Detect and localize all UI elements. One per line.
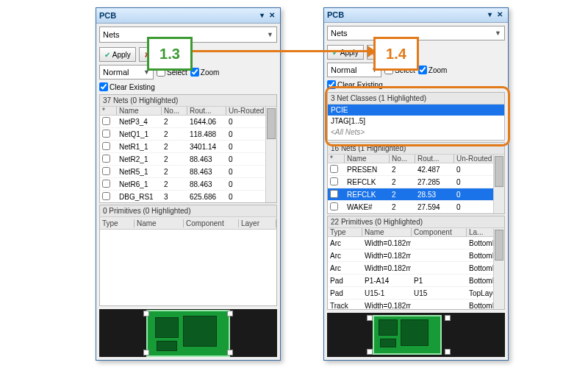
selection-handle[interactable] — [227, 311, 233, 316]
net-class-item[interactable]: PCIE — [328, 105, 504, 116]
cell-nodes: 2 — [390, 203, 415, 211]
row-checkbox[interactable] — [102, 142, 110, 150]
cell-routed: 28.53 — [415, 191, 454, 199]
annotation-arrow — [191, 50, 370, 52]
row-checkbox[interactable] — [330, 202, 338, 210]
net-classes-list[interactable]: PCIEJTAG[1..5]<All Nets> — [327, 105, 505, 141]
annotation-1-3: 1.3 — [147, 37, 193, 71]
cell-name: P1-A14 — [362, 277, 412, 285]
pin-icon[interactable]: ▾ — [257, 10, 267, 21]
cell-nodes: 2 — [162, 143, 187, 151]
scrollbar-thumb[interactable] — [495, 230, 503, 261]
selection-handle[interactable] — [367, 315, 373, 321]
primitives-grid[interactable]: Type Name Component La... ArcWidth=0.182… — [327, 228, 505, 310]
mode-combo-value: Nets — [103, 30, 120, 39]
apply-button[interactable]: ✔ Apply — [327, 45, 364, 60]
row-checkbox[interactable] — [102, 167, 110, 175]
cell-component: P1 — [412, 277, 467, 285]
nets-grid[interactable]: * Name No... Rout... Un-Routed (Manhatta… — [327, 155, 505, 214]
table-row[interactable]: NetR1_123401.140 — [100, 141, 276, 153]
scrollbar[interactable] — [493, 228, 504, 309]
table-row[interactable]: ArcWidth=0.182mmBottomL — [328, 250, 504, 262]
board-preview[interactable] — [327, 313, 505, 357]
cell-routed: 27.285 — [415, 178, 454, 186]
selection-handle[interactable] — [445, 315, 451, 321]
row-checkbox[interactable] — [102, 192, 110, 200]
table-row[interactable]: NetR2_1288.4630 — [100, 153, 276, 166]
table-row[interactable]: ArcWidth=0.182mmBottomL — [328, 237, 504, 250]
panel-title: PCB — [327, 10, 344, 19]
cell-type: Arc — [328, 239, 362, 247]
net-classes-section-header: 3 Net Classes (1 Highlighted) — [327, 92, 505, 105]
close-icon[interactable]: ✕ — [267, 10, 277, 21]
cell-routed: 88.463 — [187, 180, 226, 188]
table-row[interactable]: ArcWidth=0.182mmBottomL — [328, 262, 504, 275]
net-class-item[interactable]: <All Nets> — [328, 127, 504, 138]
cell-name: NetR1_1 — [117, 143, 162, 151]
selection-handle[interactable] — [143, 311, 149, 316]
table-row[interactable]: REFCLK228.530 — [328, 188, 504, 201]
titlebar[interactable]: PCB ▾ ✕ — [324, 8, 508, 23]
row-checkbox[interactable] — [102, 117, 110, 125]
cell-nodes: 2 — [162, 168, 187, 176]
row-checkbox[interactable] — [330, 177, 338, 185]
table-row[interactable]: DBG_RS13625.6860 — [100, 191, 276, 203]
table-row[interactable]: PRESEN242.4870 — [328, 163, 504, 176]
selection-handle[interactable] — [227, 350, 233, 355]
clear-existing-checkbox[interactable]: Clear Existing — [327, 80, 383, 89]
cell-name: Width=0.182mm — [362, 302, 412, 310]
scrollbar[interactable] — [493, 155, 504, 213]
cell-type: Pad — [328, 277, 362, 285]
board-preview[interactable] — [99, 309, 277, 357]
primitives-grid[interactable]: Type Name Component Layer — [99, 217, 277, 306]
scrollbar-thumb[interactable] — [267, 108, 276, 139]
selection-handle[interactable] — [143, 350, 149, 355]
cell-nodes: 2 — [162, 130, 187, 138]
scrollbar[interactable] — [265, 107, 276, 202]
row-checkbox[interactable] — [102, 155, 110, 163]
table-row[interactable]: NetR6_1288.4630 — [100, 178, 276, 191]
selection-handle[interactable] — [367, 349, 373, 355]
pin-icon[interactable]: ▾ — [484, 10, 495, 20]
apply-button[interactable]: ✔ Apply — [99, 47, 136, 62]
table-row[interactable]: PadU15-1U15TopLaye — [328, 287, 504, 300]
selection-handle[interactable] — [445, 349, 451, 355]
cell-routed: 118.488 — [187, 130, 226, 138]
table-row[interactable]: TrackWidth=0.182mmBottomL — [328, 300, 504, 310]
row-checkbox[interactable] — [330, 165, 338, 173]
cell-routed: 3401.14 — [187, 143, 226, 151]
table-row[interactable]: PadP1-A14P1BottomL — [328, 275, 504, 287]
zoom-checkbox[interactable]: Zoom — [418, 66, 448, 74]
clear-existing-checkbox[interactable]: Clear Existing — [99, 82, 155, 91]
row-checkbox[interactable] — [102, 180, 110, 188]
nets-grid[interactable]: * Name No... Rout... Un-Routed (Manhatta… — [99, 107, 277, 203]
cell-type: Arc — [328, 264, 362, 272]
pcb-outline — [146, 310, 230, 357]
row-checkbox[interactable] — [102, 130, 110, 138]
pcb-outline — [373, 315, 442, 355]
cell-name: NetR5_1 — [117, 168, 162, 176]
cell-component: U15 — [412, 289, 467, 297]
table-row[interactable]: WAKE#227.5940 — [328, 201, 504, 213]
table-row[interactable]: NetQ1_12118.4880 — [100, 128, 276, 141]
cell-name: Width=0.182mm — [362, 252, 412, 260]
table-row[interactable]: NetR5_1288.4630 — [100, 166, 276, 178]
table-row[interactable]: NetP3_421644.060 — [100, 116, 276, 128]
net-class-item[interactable]: JTAG[1..5] — [328, 116, 504, 127]
nets-grid-header: * Name No... Rout... Un-Routed (Manhatta… — [100, 107, 276, 116]
cell-name: PRESEN — [345, 166, 390, 174]
panel-title: PCB — [99, 11, 116, 20]
close-icon[interactable]: ✕ — [495, 10, 505, 20]
titlebar[interactable]: PCB ▾ ✕ — [96, 8, 280, 24]
cell-nodes: 3 — [162, 193, 187, 201]
cell-type: Pad — [328, 289, 362, 297]
display-mode-combo[interactable]: Normal ▼ — [99, 65, 154, 79]
cell-name: REFCLK — [345, 191, 390, 199]
row-checkbox[interactable] — [330, 190, 338, 198]
scrollbar-thumb[interactable] — [495, 156, 503, 187]
cell-type: Track — [328, 302, 362, 310]
table-row[interactable]: REFCLK227.2850 — [328, 176, 504, 188]
display-mode-value: Normal — [331, 66, 356, 74]
mode-combo-value: Nets — [331, 29, 348, 38]
zoom-checkbox[interactable]: Zoom — [190, 68, 220, 77]
